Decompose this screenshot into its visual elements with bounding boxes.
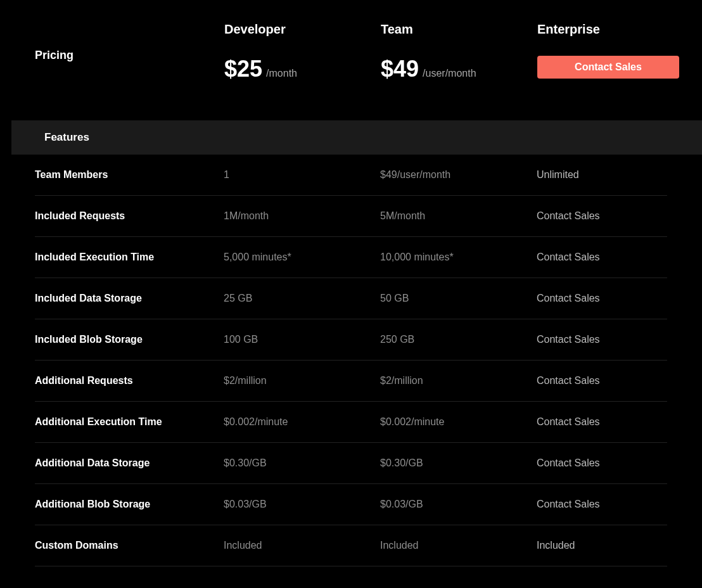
table-row: Included Execution Time 5,000 minutes* 1… <box>35 237 667 278</box>
feature-value-enterprise: Contact Sales <box>537 252 667 263</box>
feature-value-enterprise: Contact Sales <box>537 334 667 345</box>
feature-value-team: $2/million <box>380 375 537 387</box>
features-table: Team Members 1 $49/user/month Unlimited … <box>0 155 702 579</box>
plan-price-line: $49 /user/month <box>381 56 537 82</box>
plan-price-line: $25 /month <box>224 56 381 82</box>
pricing-label: Pricing <box>35 49 224 62</box>
feature-label: Additional Requests <box>35 375 224 387</box>
feature-value-team: $0.30/GB <box>380 457 537 469</box>
table-row: Additional Requests $2/million $2/millio… <box>35 361 667 402</box>
feature-label: Included Requests <box>35 210 224 222</box>
feature-label: Team Members <box>35 169 224 181</box>
plan-price: $49 <box>381 56 419 82</box>
feature-value-team: 50 GB <box>380 293 537 304</box>
table-row: Included Requests 1M/month 5M/month Cont… <box>35 196 667 237</box>
contact-sales-button[interactable]: Contact Sales <box>537 56 679 79</box>
feature-value-developer: 1 <box>224 169 380 181</box>
table-row: Team Members 1 $49/user/month Unlimited <box>35 155 667 196</box>
feature-value-team: $0.03/GB <box>380 499 537 510</box>
plan-name: Enterprise <box>537 22 679 37</box>
feature-value-enterprise: Contact Sales <box>537 499 667 510</box>
feature-value-enterprise: Contact Sales <box>537 416 667 428</box>
feature-value-team: $49/user/month <box>380 169 537 181</box>
feature-value-developer: 5,000 minutes* <box>224 252 380 263</box>
feature-value-team: Included <box>380 540 537 551</box>
table-row: Included Blob Storage 100 GB 250 GB Cont… <box>35 319 667 361</box>
feature-value-team: $0.002/minute <box>380 416 537 428</box>
table-row: Additional Data Storage $0.30/GB $0.30/G… <box>35 443 667 484</box>
features-section-header: Features <box>11 120 702 155</box>
table-row: Included Data Storage 25 GB 50 GB Contac… <box>35 278 667 319</box>
plan-price-suffix: /month <box>266 68 297 79</box>
feature-label: Included Data Storage <box>35 293 224 304</box>
feature-value-developer: 25 GB <box>224 293 380 304</box>
plan-enterprise: Enterprise Contact Sales <box>537 22 679 79</box>
plan-name: Team <box>381 22 537 37</box>
feature-value-enterprise: Unlimited <box>537 169 667 181</box>
feature-value-developer: $0.03/GB <box>224 499 380 510</box>
plan-name: Developer <box>224 22 381 37</box>
feature-value-developer: $0.30/GB <box>224 457 380 469</box>
feature-value-team: 250 GB <box>380 334 537 345</box>
feature-value-developer: 100 GB <box>224 334 380 345</box>
feature-value-developer: $0.002/minute <box>224 416 380 428</box>
feature-value-developer: $2/million <box>224 375 380 387</box>
table-row: Custom Domains Included Included Include… <box>35 525 667 566</box>
pricing-header: Pricing Developer $25 /month Team $49 /u… <box>0 0 702 120</box>
plan-developer: Developer $25 /month <box>224 22 381 82</box>
feature-value-enterprise: Included <box>537 540 667 551</box>
feature-label: Custom Domains <box>35 540 224 551</box>
feature-label: Additional Data Storage <box>35 457 224 469</box>
feature-label: Additional Execution Time <box>35 416 224 428</box>
feature-value-enterprise: Contact Sales <box>537 210 667 222</box>
pricing-page: Pricing Developer $25 /month Team $49 /u… <box>0 0 702 579</box>
feature-value-enterprise: Contact Sales <box>537 375 667 387</box>
table-row: Additional Blob Storage $0.03/GB $0.03/G… <box>35 484 667 525</box>
feature-value-team: 10,000 minutes* <box>380 252 537 263</box>
feature-label: Included Blob Storage <box>35 334 224 345</box>
feature-value-enterprise: Contact Sales <box>537 457 667 469</box>
pricing-label-col: Pricing <box>35 22 224 62</box>
table-row: Additional Execution Time $0.002/minute … <box>35 402 667 443</box>
feature-value-developer: Included <box>224 540 380 551</box>
feature-label: Additional Blob Storage <box>35 499 224 510</box>
feature-value-enterprise: Contact Sales <box>537 293 667 304</box>
feature-label: Included Execution Time <box>35 252 224 263</box>
feature-value-team: 5M/month <box>380 210 537 222</box>
plan-price-suffix: /user/month <box>423 68 476 79</box>
feature-value-developer: 1M/month <box>224 210 380 222</box>
plan-price: $25 <box>224 56 262 82</box>
plan-team: Team $49 /user/month <box>381 22 537 82</box>
